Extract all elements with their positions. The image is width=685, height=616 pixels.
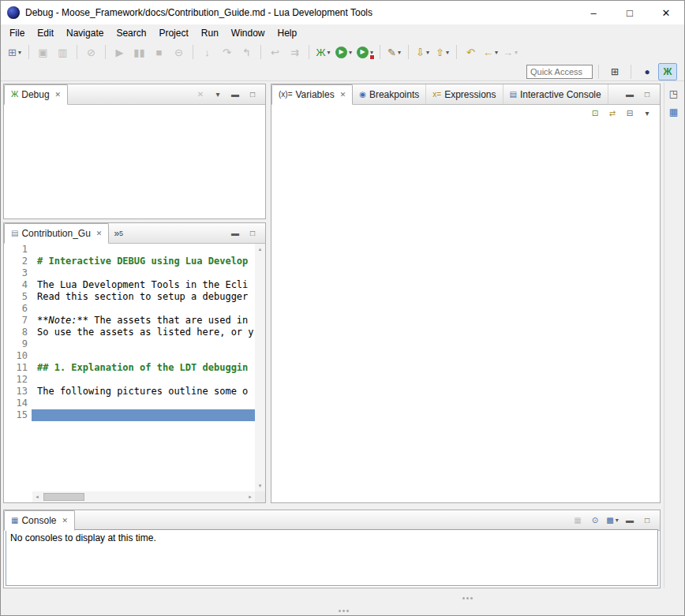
step-over-button: ↷: [218, 43, 236, 61]
remove-all-terminated-icon: ✕: [193, 88, 208, 101]
hidden-editors-chevron[interactable]: »5: [109, 223, 128, 243]
toolbar-separator: [193, 45, 193, 59]
tab-breakpoints-label: Breakpoints: [369, 90, 419, 99]
editor-area: ▤ Contribution_Gu ✕ »5 ▬□ 12# Interactiv…: [3, 222, 266, 503]
perspective-switcher: ⊞●Ж: [605, 63, 678, 80]
last-edit-location-button[interactable]: ↶: [462, 43, 480, 61]
tab-expressions-label: Expressions: [444, 90, 496, 99]
open-perspective-button[interactable]: ⊞: [605, 63, 624, 80]
step-into-button: ↓: [198, 43, 216, 61]
code-line[interactable]: 7**Note:** The assets that are used in: [4, 315, 255, 327]
menu-navigate[interactable]: Navigate: [60, 25, 110, 41]
minimize-icon[interactable]: ▬: [622, 88, 638, 101]
maximize-icon[interactable]: □: [639, 88, 655, 101]
debug-bug-icon: Ж: [11, 91, 18, 99]
tab-debug[interactable]: Ж Debug ✕: [4, 84, 68, 105]
code-line[interactable]: 14: [4, 398, 255, 409]
variables-tabbar: (x)=Variables✕◉Breakpointsx=Expressions▤…: [271, 84, 660, 105]
maximize-icon[interactable]: □: [245, 227, 260, 240]
tab-interactive-console[interactable]: ▤Interactive Console: [503, 84, 608, 104]
console-icon: ▦: [11, 517, 18, 525]
scroll-left-icon[interactable]: ◂: [32, 494, 42, 500]
back-button[interactable]: ←▾: [481, 43, 500, 61]
tab-console[interactable]: ▦ Console ✕: [4, 510, 75, 531]
lua-perspective-button[interactable]: ●: [638, 63, 657, 80]
menu-file[interactable]: File: [3, 25, 31, 41]
view-menu-icon[interactable]: ▾: [210, 88, 226, 101]
close-tab-icon[interactable]: ✕: [62, 517, 68, 525]
code-line[interactable]: 11## 1. Explanation of the LDT debuggin: [4, 362, 255, 374]
menu-edit[interactable]: Edit: [31, 25, 60, 41]
menu-window[interactable]: Window: [225, 25, 271, 41]
code-line[interactable]: 6: [4, 303, 255, 315]
close-button[interactable]: ✕: [648, 1, 684, 24]
tab-expressions[interactable]: x=Expressions: [426, 84, 503, 104]
code-line[interactable]: 8So use the assets as listed here, or y: [4, 327, 255, 338]
line-text: [32, 409, 255, 421]
minimize-icon[interactable]: ▬: [622, 514, 638, 527]
pin-console-icon[interactable]: ⊙: [587, 514, 603, 527]
line-number: 11: [4, 362, 32, 374]
next-annotation-button[interactable]: ⇩▾: [414, 43, 432, 61]
overlay-badge: [369, 54, 375, 60]
close-tab-icon[interactable]: ✕: [96, 230, 103, 237]
code-line[interactable]: 10: [4, 350, 255, 362]
tab-contribution-guide[interactable]: ▤ Contribution_Gu ✕: [4, 223, 109, 244]
console-content: No consoles to display at this time.: [6, 529, 658, 586]
scroll-right-icon[interactable]: ▸: [245, 494, 255, 500]
minimize-icon[interactable]: ▬: [227, 88, 243, 101]
line-text: **Note:** The assets that are used in: [32, 315, 255, 327]
line-text: [32, 244, 255, 256]
line-number: 4: [4, 279, 32, 291]
view-menu-icon[interactable]: ▾: [639, 107, 655, 120]
menu-help[interactable]: Help: [271, 25, 304, 41]
maximize-icon[interactable]: □: [639, 514, 655, 527]
console-tabbar: ▦ Console ✕ ▦⊙▩▾▬□: [4, 510, 660, 531]
code-line[interactable]: 9: [4, 338, 255, 350]
new-wizard-button[interactable]: ⊞▾: [6, 43, 24, 61]
search-button[interactable]: ✎▾: [385, 43, 403, 61]
scrollbar-thumb[interactable]: [43, 493, 84, 501]
pin-console-icon-glyph: ⊙: [592, 517, 598, 525]
menu-search[interactable]: Search: [110, 25, 152, 41]
menu-run[interactable]: Run: [195, 25, 225, 41]
code-line[interactable]: 3: [4, 267, 255, 279]
collapse-all-icon[interactable]: ⊟: [622, 107, 638, 120]
outline-view-icon[interactable]: ▦: [669, 107, 678, 117]
code-line[interactable]: 1: [4, 244, 255, 256]
code-line[interactable]: 5Read this section to setup a debugger: [4, 291, 255, 303]
debug-button[interactable]: Ж▾: [314, 43, 332, 61]
show-logical-structures-icon[interactable]: ⇄: [605, 107, 620, 120]
maximize-icon[interactable]: □: [245, 88, 260, 101]
horizontal-scrollbar[interactable]: ◂ ▸: [32, 491, 255, 502]
skip-all-breakpoints-button: ⊘: [82, 43, 100, 61]
close-tab-icon[interactable]: ✕: [55, 91, 62, 99]
scroll-down-icon[interactable]: ▾: [259, 480, 262, 491]
close-tab-icon[interactable]: ✕: [340, 91, 346, 99]
external-tools-button[interactable]: ▶▾: [355, 43, 375, 61]
open-console-icon[interactable]: ▩▾: [605, 514, 620, 527]
quick-access-input[interactable]: [526, 65, 593, 79]
editor-code-area[interactable]: 12# Interactive DEBUG using Lua Develop3…: [4, 244, 255, 491]
run-button[interactable]: ▶▾: [334, 43, 354, 61]
menu-project[interactable]: Project: [152, 25, 194, 41]
code-line[interactable]: 2# Interactive DEBUG using Lua Develop: [4, 256, 255, 267]
scroll-up-icon[interactable]: ▴: [259, 244, 262, 255]
tab-breakpoints[interactable]: ◉Breakpoints: [353, 84, 426, 104]
show-type-names-icon[interactable]: ⊡: [587, 107, 603, 120]
restore-view-icon[interactable]: ◳: [669, 89, 678, 99]
minimize-icon[interactable]: ▬: [227, 227, 243, 240]
debug-perspective-button[interactable]: Ж: [658, 63, 677, 80]
tab-variables[interactable]: (x)=Variables✕: [271, 84, 353, 105]
forward-button: →▾: [501, 43, 519, 61]
vertical-scrollbar[interactable]: ▴ ▾: [255, 244, 265, 491]
previous-annotation-button[interactable]: ⇧▾: [433, 43, 451, 61]
code-line[interactable]: 13The following pictures outline some o: [4, 386, 255, 398]
skip-all-breakpoints-button-glyph: ⊘: [87, 47, 95, 58]
maximize-button[interactable]: □: [612, 1, 648, 24]
line-text: [32, 267, 255, 279]
minimize-button[interactable]: –: [575, 1, 612, 24]
code-line[interactable]: 15: [4, 409, 255, 421]
code-line[interactable]: 4The Lua Development Tools in the Ecli: [4, 279, 255, 291]
code-line[interactable]: 12: [4, 374, 255, 386]
